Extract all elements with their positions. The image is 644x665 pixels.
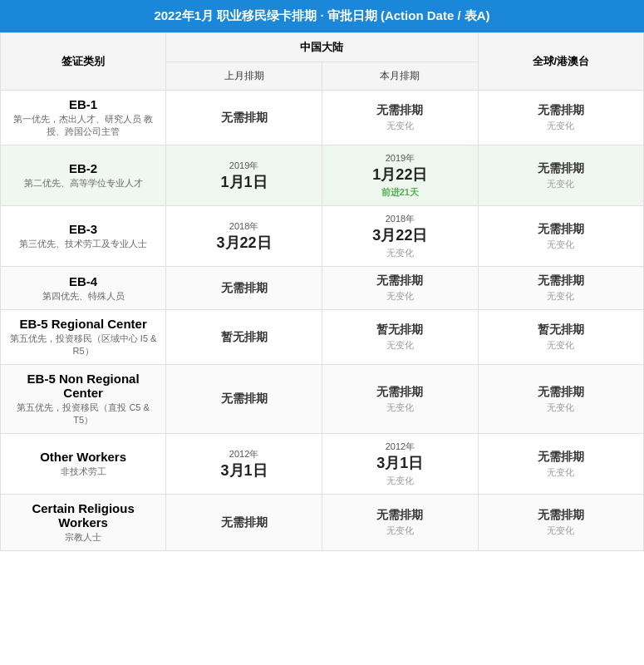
global-change: 无变化 xyxy=(484,120,638,132)
last-date: 无需排期 xyxy=(171,281,317,296)
col-visa-header: 签证类别 xyxy=(1,33,166,91)
table-row: Other Workers非技术劳工2012年3月1日2012年3月1日无变化无… xyxy=(1,434,644,495)
last-year: 2012年 xyxy=(171,448,317,461)
main-table: 签证类别 中国大陆 全球/港澳台 上月排期 本月排期 EB-1第一优先，杰出人才… xyxy=(0,32,644,551)
current-year: 2018年 xyxy=(327,213,473,225)
global-change: 无变化 xyxy=(484,401,638,414)
current-month-cell: 暂无排期无变化 xyxy=(322,310,478,365)
global-date: 无需排期 xyxy=(484,385,638,400)
last-month-cell: 2019年1月1日 xyxy=(166,145,322,206)
global-date: 无需排期 xyxy=(484,161,638,176)
table-row: EB-3第三优先、技术劳工及专业人士2018年3月22日2018年3月22日无变… xyxy=(1,206,644,267)
visa-cell: Certain Religious Workers宗教人士 xyxy=(1,495,166,551)
global-change: 无变化 xyxy=(484,466,638,479)
last-date: 1月1日 xyxy=(171,172,317,192)
current-date: 3月22日 xyxy=(327,225,473,245)
last-month-cell: 暂无排期 xyxy=(166,310,322,365)
global-cell: 暂无排期无变化 xyxy=(478,310,643,365)
visa-cell: Other Workers非技术劳工 xyxy=(1,434,166,495)
current-month-cell: 无需排期无变化 xyxy=(322,91,478,145)
visa-cell: EB-2第二优先、高等学位专业人才 xyxy=(1,145,166,206)
current-month-cell: 无需排期无变化 xyxy=(322,365,478,434)
last-date: 无需排期 xyxy=(171,392,317,406)
visa-desc: 非技术劳工 xyxy=(6,466,160,478)
global-cell: 无需排期无变化 xyxy=(478,91,643,145)
table-row: Certain Religious Workers宗教人士无需排期无需排期无变化… xyxy=(1,495,644,551)
current-change: 无变化 xyxy=(327,339,473,352)
col-current-header: 本月排期 xyxy=(322,62,478,91)
current-date: 1月22日 xyxy=(327,165,473,185)
current-date: 无需排期 xyxy=(327,103,473,118)
visa-name: EB-1 xyxy=(6,97,160,111)
global-cell: 无需排期无变化 xyxy=(478,145,643,206)
global-date: 无需排期 xyxy=(484,508,638,523)
global-cell: 无需排期无变化 xyxy=(478,365,643,434)
current-month-cell: 2019年1月22日前进21天 xyxy=(322,145,478,206)
table-row: EB-2第二优先、高等学位专业人才2019年1月1日2019年1月22日前进21… xyxy=(1,145,644,206)
last-date: 暂无排期 xyxy=(171,330,317,345)
visa-cell: EB-5 Non Regional Center第五优先，投资移民（直投 C5 … xyxy=(1,365,166,434)
global-change: 无变化 xyxy=(484,339,638,352)
global-change: 无变化 xyxy=(484,178,638,190)
visa-cell: EB-5 Regional Center第五优先，投资移民（区域中心 I5 & … xyxy=(1,310,166,365)
visa-desc: 宗教人士 xyxy=(6,531,160,544)
visa-name: EB-5 Non Regional Center xyxy=(6,372,160,400)
global-cell: 无需排期无变化 xyxy=(478,495,643,551)
last-date: 3月22日 xyxy=(171,233,317,253)
last-year: 2019年 xyxy=(171,160,317,172)
col-last-header: 上月排期 xyxy=(166,62,322,91)
global-change: 无变化 xyxy=(484,290,638,303)
current-year: 2019年 xyxy=(327,152,473,165)
table-row: EB-1第一优先，杰出人才、研究人员 教授、跨国公司主管无需排期无需排期无变化无… xyxy=(1,91,644,145)
visa-desc: 第四优先、特殊人员 xyxy=(6,290,160,303)
last-month-cell: 2012年3月1日 xyxy=(166,434,322,495)
visa-cell: EB-3第三优先、技术劳工及专业人士 xyxy=(1,206,166,267)
visa-name: EB-3 xyxy=(6,222,160,236)
visa-desc: 第五优先，投资移民（区域中心 I5 & R5） xyxy=(6,332,160,357)
table-row: EB-5 Regional Center第五优先，投资移民（区域中心 I5 & … xyxy=(1,310,644,365)
col-china-header: 中国大陆 xyxy=(166,33,479,62)
global-date: 暂无排期 xyxy=(484,323,638,337)
visa-cell: EB-4第四优先、特殊人员 xyxy=(1,267,166,310)
col-global-header: 全球/港澳台 xyxy=(478,33,643,91)
last-date: 无需排期 xyxy=(171,515,317,530)
last-month-cell: 2018年3月22日 xyxy=(166,206,322,267)
current-month-cell: 无需排期无变化 xyxy=(322,495,478,551)
current-change: 无变化 xyxy=(327,247,473,259)
current-date: 暂无排期 xyxy=(327,323,473,337)
header-row-1: 签证类别 中国大陆 全球/港澳台 xyxy=(1,33,644,62)
last-date: 3月1日 xyxy=(171,461,317,480)
current-change: 无变化 xyxy=(327,290,473,303)
header: 2022年1月 职业移民绿卡排期 · 审批日期 (Action Date / 表… xyxy=(0,0,644,32)
visa-cell: EB-1第一优先，杰出人才、研究人员 教授、跨国公司主管 xyxy=(1,91,166,145)
current-date: 无需排期 xyxy=(327,508,473,523)
table-row: EB-5 Non Regional Center第五优先，投资移民（直投 C5 … xyxy=(1,365,644,434)
global-date: 无需排期 xyxy=(484,450,638,465)
visa-name: Certain Religious Workers xyxy=(6,501,160,530)
table-row: EB-4第四优先、特殊人员无需排期无需排期无变化无需排期无变化 xyxy=(1,267,644,310)
last-month-cell: 无需排期 xyxy=(166,365,322,434)
visa-desc: 第二优先、高等学位专业人才 xyxy=(6,177,160,190)
visa-desc: 第五优先，投资移民（直投 C5 & T5） xyxy=(6,401,160,426)
last-month-cell: 无需排期 xyxy=(166,267,322,310)
last-date: 无需排期 xyxy=(171,111,317,126)
current-change: 无变化 xyxy=(327,525,473,537)
current-month-cell: 2012年3月1日无变化 xyxy=(322,434,478,495)
current-change: 无变化 xyxy=(327,120,473,132)
visa-desc: 第一优先，杰出人才、研究人员 教授、跨国公司主管 xyxy=(6,113,160,138)
global-cell: 无需排期无变化 xyxy=(478,206,643,267)
global-date: 无需排期 xyxy=(484,273,638,288)
visa-name: EB-4 xyxy=(6,274,160,288)
visa-name: EB-5 Regional Center xyxy=(6,317,160,331)
header-title: 2022年1月 职业移民绿卡排期 · 审批日期 (Action Date / 表… xyxy=(154,8,489,22)
global-change: 无变化 xyxy=(484,239,638,251)
table-wrapper: 签证类别 中国大陆 全球/港澳台 上月排期 本月排期 EB-1第一优先，杰出人才… xyxy=(0,32,644,551)
global-date: 无需排期 xyxy=(484,222,638,237)
visa-name: Other Workers xyxy=(6,450,160,464)
last-month-cell: 无需排期 xyxy=(166,495,322,551)
current-change: 前进21天 xyxy=(327,186,473,199)
visa-desc: 第三优先、技术劳工及专业人士 xyxy=(6,238,160,250)
visa-name: EB-2 xyxy=(6,161,160,175)
current-change: 无变化 xyxy=(327,475,473,487)
global-change: 无变化 xyxy=(484,525,638,537)
